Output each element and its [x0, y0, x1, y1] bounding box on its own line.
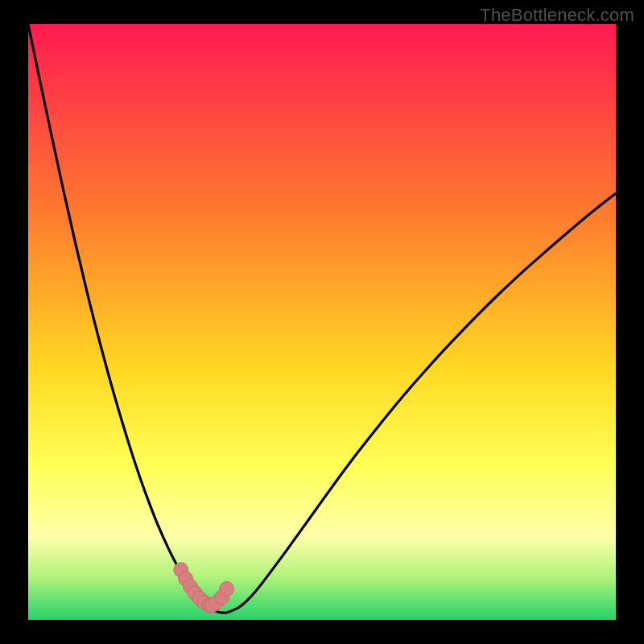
gradient-background [28, 24, 616, 620]
bottleneck-chart [28, 24, 616, 620]
watermark-text: TheBottleneck.com [480, 5, 634, 26]
marker-dot [220, 582, 234, 597]
chart-container: TheBottleneck.com [0, 0, 644, 644]
